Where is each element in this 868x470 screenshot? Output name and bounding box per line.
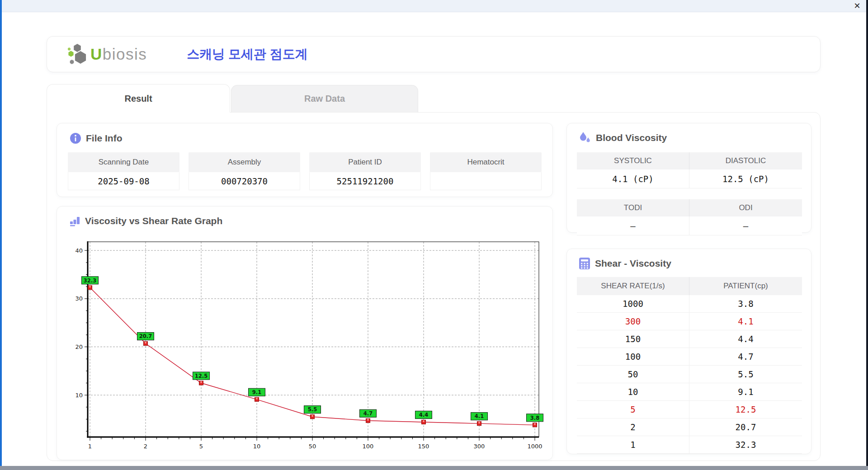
odi-header: ODI (689, 199, 802, 216)
x-tick-label: 1 (88, 443, 92, 450)
logo-accent-letter: U (90, 45, 103, 63)
table-row: 300 4.1 (577, 313, 802, 330)
data-point-label: 4.4 (419, 412, 428, 418)
data-point-label: 32.3 (84, 277, 96, 284)
file-info-title: File Info (86, 133, 123, 144)
shear-table-body: 1000 3.8 300 4.1 150 4.4 100 4.7 50 5.5 … (577, 295, 802, 454)
shear-viscosity-card: Shear - Viscosity SHEAR RATE(1/s) PATIEN… (566, 249, 811, 454)
diastolic-header: DIASTOLIC (689, 152, 802, 169)
table-row: 1000 3.8 (577, 295, 802, 313)
shear-rate-column-header: SHEAR RATE(1/s) (577, 277, 689, 295)
table-row: 50 5.5 (577, 366, 802, 383)
titlebar: ✕ (0, 0, 868, 12)
droplets-icon (579, 132, 591, 144)
shear-rate-cell: 10 (577, 383, 689, 400)
data-point-label: 20.7 (139, 333, 152, 339)
data-point-label: 4.7 (363, 410, 373, 417)
patient-cp-cell: 20.7 (689, 418, 802, 436)
data-point-label: 12.5 (195, 373, 208, 379)
file-info-field-value: 2025-09-08 (68, 172, 179, 190)
todi-odi-table: TODI ODI – – (577, 199, 802, 235)
blood-viscosity-card: Blood Viscosity SYSTOLIC DIASTOLIC 4.1 (… (566, 123, 811, 233)
table-row: 100 4.7 (577, 348, 802, 366)
table-row: 2 20.7 (577, 418, 802, 436)
app-title: 스캐닝 모세관 점도계 (187, 46, 308, 63)
file-info-field-label: Hematocrit (430, 152, 542, 172)
x-tick-label: 150 (418, 443, 429, 450)
x-tick-label: 5 (199, 443, 203, 450)
data-point-label: 3.8 (530, 415, 539, 421)
tab-result[interactable]: Result (47, 84, 230, 113)
shear-viscosity-title: Shear - Viscosity (595, 258, 671, 269)
app-window: ✕ Ubiosis 스캐닝 모세관 점도계 Result Raw Data (0, 0, 868, 470)
data-point-marker-highlight (368, 419, 369, 421)
file-info-card: File Info Scanning Date 2025-09-08 Assem… (57, 123, 553, 197)
file-info-field-value: 000720370 (189, 172, 300, 190)
data-point-marker-highlight (145, 342, 146, 343)
x-tick-label: 300 (474, 443, 485, 450)
ubiosis-logo: Ubiosis (67, 43, 147, 66)
patient-cp-cell: 3.8 (689, 295, 802, 312)
shear-rate-cell: 1 (577, 436, 689, 453)
data-point-marker-highlight (201, 381, 202, 383)
patient-cp-cell: 5.5 (689, 366, 802, 383)
tab-result-label: Result (124, 94, 152, 104)
patient-cp-cell: 4.7 (689, 348, 802, 365)
window-right-border (866, 0, 868, 466)
data-point-marker-highlight (423, 420, 425, 422)
odi-value: – (689, 216, 802, 235)
header-card: Ubiosis 스캐닝 모세관 점도계 (47, 36, 821, 72)
table-row: 10 9.1 (577, 383, 802, 401)
shear-rate-cell: 100 (577, 348, 689, 365)
data-point-marker-highlight (256, 398, 258, 400)
patient-cp-cell: 12.5 (689, 401, 802, 418)
window-bottom-border (0, 466, 868, 470)
y-tick-label: 10 (75, 392, 83, 399)
x-tick-label: 10 (253, 443, 261, 450)
file-info-field-label: Scanning Date (68, 152, 179, 172)
tab-raw-data[interactable]: Raw Data (231, 85, 418, 112)
window-left-border (0, 0, 2, 466)
file-info-field-label: Assembly (189, 152, 300, 172)
info-icon (70, 132, 81, 144)
bar-chart-icon (70, 216, 80, 226)
diastolic-value: 12.5 (cP) (689, 169, 802, 188)
patient-cp-cell: 4.4 (689, 330, 802, 348)
data-point-label: 5.5 (308, 406, 317, 413)
file-info-field-value: 52511921200 (309, 172, 421, 190)
graph-title: Viscosity vs Shear Rate Graph (85, 216, 222, 226)
file-info-field: Hematocrit (430, 152, 542, 190)
table-row: 5 12.5 (577, 401, 802, 418)
x-tick-label: 100 (363, 443, 374, 450)
file-info-field-label: Patient ID (309, 152, 421, 172)
patient-cp-cell: 9.1 (689, 383, 802, 400)
viscosity-shear-chart: 102030401251050100150300100032.320.712.5… (57, 233, 553, 455)
shear-rate-cell: 5 (577, 401, 689, 418)
data-point-marker-highlight (312, 415, 313, 417)
file-info-grid: Scanning Date 2025-09-08 Assembly 000720… (68, 152, 542, 190)
x-tick-label: 2 (144, 443, 147, 450)
data-point-label: 9.1 (252, 389, 261, 395)
systolic-value: 4.1 (cP) (577, 169, 689, 188)
viscosity-graph-card: Viscosity vs Shear Rate Graph 1020304012… (57, 206, 553, 460)
y-tick-label: 40 (75, 247, 83, 254)
x-tick-label: 50 (309, 443, 316, 450)
file-info-field-value (430, 172, 542, 190)
table-row: 150 4.4 (577, 330, 802, 348)
y-tick-label: 30 (75, 295, 83, 302)
patient-cp-cell: 4.1 (689, 313, 802, 330)
calculator-icon (579, 257, 590, 270)
blood-viscosity-title: Blood Viscosity (596, 132, 667, 143)
patient-cp-cell: 32.3 (689, 436, 802, 453)
shear-rate-cell: 150 (577, 330, 689, 348)
shear-rate-cell: 50 (577, 366, 689, 383)
todi-value: – (577, 216, 689, 235)
logo-wordmark: Ubiosis (90, 45, 147, 63)
logo-rest-letters: biosis (103, 45, 147, 63)
systolic-diastolic-table: SYSTOLIC DIASTOLIC 4.1 (cP) 12.5 (cP) (577, 152, 802, 188)
close-icon[interactable]: ✕ (852, 1, 863, 11)
table-row: 1 32.3 (577, 436, 802, 454)
data-point-label: 4.1 (475, 413, 484, 419)
data-point-marker-highlight (479, 422, 480, 423)
y-tick-label: 20 (75, 343, 83, 350)
